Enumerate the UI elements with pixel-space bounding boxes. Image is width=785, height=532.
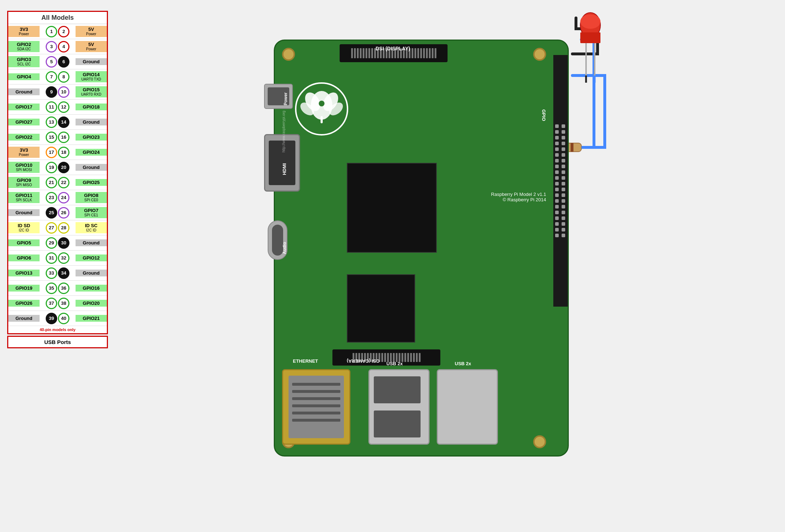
usb-port-2 [437,369,498,445]
gpio-header-pin [562,205,565,208]
gpio-header-pin [562,211,565,214]
gpio-label-left: Ground [8,88,40,96]
gpio-label-left: 3V3Power [8,147,40,158]
ethernet-port [282,369,350,445]
gpio-row: GPIO263738GPIO20 [8,296,107,311]
pin-number: 38 [58,298,69,309]
gpio-header-pin [562,199,565,203]
gpio-table: All Models 3V3Power125VPowerGPIO2SDA I2C… [7,11,108,334]
gpio-label-right: Ground [76,164,107,171]
mount-hole-tl [282,48,295,61]
gpio-label-left: ID SDI2C ID [8,222,40,234]
mount-hole-tr [533,48,546,61]
gpio-label-right: ID SCI2C ID [76,222,107,234]
gpio-label-left: Ground [8,315,40,322]
pin-number: 22 [58,177,69,188]
pin-number: 28 [58,222,69,234]
gpio-header-pin [555,188,559,191]
gpio-label-right: GPIO23 [76,134,107,141]
gpio-header-pin [562,124,565,128]
svg-point-1 [580,14,600,29]
pin-number: 36 [58,283,69,294]
pin-number: 8 [58,71,69,83]
gpio-header-pin [555,130,559,134]
gpio-header-pin [562,136,565,139]
mount-hole-br [533,435,546,448]
pin-number: 21 [46,177,57,188]
usb1-label: USB 2x [386,361,403,366]
gpio-label-right: GPIO7SPI CE1 [76,207,107,219]
pin-number: 3 [46,41,57,52]
svg-rect-2 [580,32,600,43]
pin-number: 13 [46,116,57,128]
gpio-label-right: GPIO12 [76,254,107,262]
gpio-header-pin [555,142,559,145]
gpio-header-pin [562,159,565,162]
svg-point-19 [319,101,325,106]
gpio-label-right: Ground [76,119,107,126]
gpio-label-right: 5VPower [76,41,107,52]
models-only-note: 40-pin models only [8,326,107,333]
gpio-row: ID SDI2C ID2728ID SCI2C ID [8,220,107,235]
logo-area [293,80,350,139]
pin-number: 4 [58,41,69,52]
gpio-label-right: Ground [76,239,107,247]
gpio-header-pin [555,216,559,220]
pin-number: 1 [46,26,57,37]
gpio-header-pin [555,222,559,226]
pin-number: 24 [58,192,69,203]
gpio-label-left: GPIO10SPI MOSI [8,162,40,173]
pin-number: 33 [46,267,57,279]
csi-label: CSI (CAMERA) [347,358,380,364]
pin-number: 17 [46,147,57,158]
main-chip [347,163,437,253]
gpio-header-pin [562,216,565,220]
gpio-row: GPIO52930Ground [8,235,107,251]
pin-number: 29 [46,237,57,249]
gpio-row: GPIO133334Ground [8,266,107,281]
pin-number: 25 [46,207,57,219]
gpio-header-pin [555,228,559,231]
gpio-header-pin [562,228,565,231]
gpio-label-left: GPIO22 [8,134,40,141]
pin-number: 20 [58,162,69,173]
pin-number: 15 [46,132,57,143]
gpio-header-pin [555,165,559,168]
pin-number: 23 [46,192,57,203]
gpio-header-pin [562,165,565,168]
gpio-row: Ground2526GPIO7SPI CE1 [8,205,107,220]
pin-number: 31 [46,252,57,264]
gpio-row: GPIO10SPI MOSI1920Ground [8,160,107,175]
gpio-header-pin [562,222,565,226]
gpio-label-right: GPIO14UART0 TXD [76,71,107,83]
dsi-label: DSI (DISPLAY) [376,46,410,51]
pin-number: 40 [58,313,69,324]
gpio-header-pin [555,124,559,128]
gpio-header-pin [562,130,565,134]
gpio-label-left: GPIO2SDA I2C [8,41,40,52]
gpio-row: GPIO11SPI SCLK2324GPIO8SPI CE0 [8,190,107,205]
gpio-header-pin [562,234,565,237]
pin-number: 10 [58,86,69,98]
gpio-header-pin [555,153,559,157]
gpio-label-right: GPIO21 [76,315,107,322]
svg-rect-20 [321,116,323,123]
power-label: Power [283,92,288,105]
pin-number: 7 [46,71,57,83]
gpio-header-pin [555,199,559,203]
gpio-header [553,55,568,307]
gpio-header-pin [562,147,565,151]
gpio-header-pin [555,170,559,174]
brand-text: Raspberry Pi Model 2 v1.1 © Raspberry Pi… [491,192,546,202]
gpio-label-right: GPIO25 [76,179,107,186]
gpio-row: GPIO193536GPIO16 [8,281,107,296]
pin-number: 11 [46,101,57,113]
gpio-row: GPIO478GPIO14UART0 TXD [8,69,107,84]
gpio-label-left: GPIO5 [8,239,40,247]
gpio-row: GPIO63132GPIO12 [8,251,107,266]
gpio-label-right: GPIO20 [76,300,107,307]
pin-number: 6 [58,56,69,68]
gpio-header-pin [562,142,565,145]
gpio-header-pin [562,182,565,185]
gpio-board-label: GPIO [541,109,546,121]
